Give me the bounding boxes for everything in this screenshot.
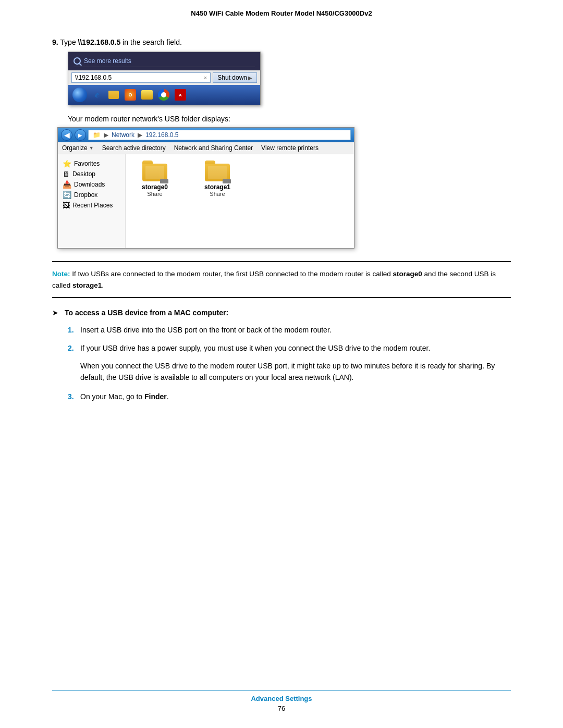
usb-paragraph: When you connect the USB drive to the mo…: [80, 360, 511, 384]
folder-taskbar-icon[interactable]: [107, 89, 120, 101]
search-active-label: Search active directory: [102, 144, 166, 152]
network-window-screenshot: ◀ ▶ 📁 ▶ Network ▶ 192.168.0.5 Organize ▼…: [57, 127, 354, 249]
shutdown-button[interactable]: Shut down ▶: [213, 72, 257, 83]
folder-overlay: [145, 166, 164, 179]
note-storage1: storage1: [72, 281, 102, 289]
step-3-before: On your Mac, go to: [80, 392, 144, 401]
storage1-sublabel: Share: [210, 191, 225, 197]
windows-orb[interactable]: [72, 88, 87, 102]
usb-indicator: [160, 179, 168, 183]
forward-arrow: ▶: [78, 132, 82, 138]
organize-arrow: ▼: [89, 145, 94, 151]
folder-icon-storage0: [142, 161, 167, 181]
step-9-text-after: in the search field.: [120, 38, 182, 46]
search-active-directory-button[interactable]: Search active directory: [102, 144, 166, 152]
favorites-icon: ⭐: [63, 159, 71, 168]
usb-indicator-1: [223, 179, 231, 183]
search-icon: [74, 57, 81, 65]
downloads-icon: 📥: [63, 180, 71, 189]
os-taskbar-icon[interactable]: O: [124, 89, 137, 101]
chrome-icon: [158, 89, 169, 101]
sidebar-item-dropbox[interactable]: 🔄 Dropbox: [61, 190, 122, 200]
folder-icon-storage1: [205, 161, 230, 181]
step-3-text: On your Mac, go to Finder.: [80, 391, 511, 402]
back-arrow: ◀: [64, 131, 70, 139]
sidebar-item-desktop[interactable]: 🖥 Desktop: [61, 169, 122, 179]
mac-step-1: 1. Insert a USB drive into the USB port …: [68, 324, 511, 336]
view-remote-button[interactable]: View remote printers: [261, 144, 319, 152]
downloads-label: Downloads: [74, 181, 105, 188]
step-9-ip: \\192.168.0.5: [78, 38, 121, 46]
clear-button[interactable]: ×: [204, 75, 207, 81]
folder2-taskbar-icon[interactable]: [140, 89, 154, 101]
window-sidebar: ⭐ Favorites 🖥 Desktop 📥 Downloads 🔄 Drop…: [58, 154, 126, 248]
step-number-1: 1.: [68, 324, 76, 336]
search-input-field[interactable]: \\192.168.0.5 ×: [71, 72, 211, 83]
step-9-text-before: Type: [60, 38, 78, 46]
storage0-label: storage0: [142, 183, 168, 191]
os-icon: O: [125, 89, 136, 101]
step-9: 9. Type \\192.168.0.5 in the search fiel…: [52, 38, 511, 105]
search-bar: \\192.168.0.5 × Shut down ▶: [68, 70, 260, 85]
folder-overlay-1: [208, 166, 227, 179]
dropbox-label: Dropbox: [74, 191, 97, 199]
note-storage0: storage0: [393, 270, 422, 278]
footer-page-number: 76: [278, 705, 285, 712]
window-body: ⭐ Favorites 🖥 Desktop 📥 Downloads 🔄 Drop…: [58, 154, 354, 248]
mac-heading-text: To access a USB device from a MAC comput…: [65, 309, 228, 317]
step-2-text: If your USB drive has a power supply, yo…: [80, 342, 511, 354]
mac-step-3-list: 3. On your Mac, go to Finder.: [68, 391, 511, 402]
folder-body-1: [205, 164, 230, 181]
chrome-taskbar-icon[interactable]: [157, 89, 170, 101]
search-value: \\192.168.0.5: [75, 74, 112, 81]
organize-button[interactable]: Organize ▼: [62, 144, 94, 152]
ie-icon: e: [95, 90, 99, 100]
see-more-results[interactable]: See more results: [74, 56, 255, 66]
window-titlebar: ◀ ▶ 📁 ▶ Network ▶ 192.168.0.5: [58, 128, 354, 142]
desktop-icon: 🖥: [63, 170, 70, 178]
finder-label: Finder: [144, 392, 167, 401]
step-number-2: 2.: [68, 342, 76, 354]
sub-caption: Your modem router network's USB folder d…: [68, 115, 511, 123]
window-toolbar: Organize ▼ Search active directory Netwo…: [58, 142, 354, 154]
ip-crumb: 192.168.0.5: [145, 131, 178, 139]
sidebar-item-recent[interactable]: 🖼 Recent Places: [61, 200, 122, 211]
footer-section-label: Advanced Settings: [251, 695, 312, 702]
pdf-icon: A: [175, 89, 186, 101]
storage1-label: storage1: [204, 183, 230, 191]
sep1: ▶: [104, 131, 108, 139]
dropbox-icon: 🔄: [63, 191, 71, 199]
page-content: 9. Type \\192.168.0.5 in the search fiel…: [0, 22, 563, 440]
page-header: N450 WiFi Cable Modem Router Model N450/…: [0, 0, 563, 22]
folder-storage0[interactable]: storage0 Share: [134, 161, 176, 242]
favorites-label: Favorites: [74, 160, 100, 167]
folder-storage1[interactable]: storage1 Share: [197, 161, 238, 242]
windows-search-screenshot: See more results \\192.168.0.5 × Shut do…: [68, 52, 261, 105]
mac-section-heading: ➤ To access a USB device from a MAC comp…: [52, 309, 511, 317]
recent-icon: 🖼: [63, 201, 70, 209]
mac-step-3: 3. On your Mac, go to Finder.: [68, 391, 511, 402]
section-arrow: ➤: [52, 309, 58, 317]
folder-body: [142, 164, 167, 181]
network-sharing-label: Network and Sharing Center: [174, 144, 253, 152]
address-bar[interactable]: 📁 ▶ Network ▶ 192.168.0.5: [88, 130, 351, 140]
network-crumb: Network: [112, 131, 134, 139]
pdf-taskbar-icon[interactable]: A: [174, 89, 187, 101]
organize-label: Organize: [62, 144, 88, 152]
forward-button[interactable]: ▶: [75, 129, 86, 141]
mac-steps-list: 1. Insert a USB drive into the USB port …: [68, 324, 511, 354]
search-top-area: See more results: [68, 52, 260, 70]
back-button[interactable]: ◀: [61, 129, 72, 141]
network-sharing-button[interactable]: Network and Sharing Center: [174, 144, 253, 152]
breadcrumb-icon: 📁: [93, 131, 101, 139]
chrome-center: [161, 92, 166, 97]
ie-taskbar-icon[interactable]: e: [90, 89, 104, 101]
sidebar-item-downloads[interactable]: 📥 Downloads: [61, 179, 122, 190]
folder-icon-small: [108, 91, 119, 99]
window-main-area: storage0 Share storage1 Share: [126, 154, 354, 248]
storage0-sublabel: Share: [147, 191, 162, 197]
shutdown-label: Shut down: [217, 74, 247, 81]
sidebar-item-favorites[interactable]: ⭐ Favorites: [61, 158, 122, 169]
recent-label: Recent Places: [72, 202, 113, 209]
step-label: 9. Type \\192.168.0.5 in the search fiel…: [52, 38, 511, 46]
